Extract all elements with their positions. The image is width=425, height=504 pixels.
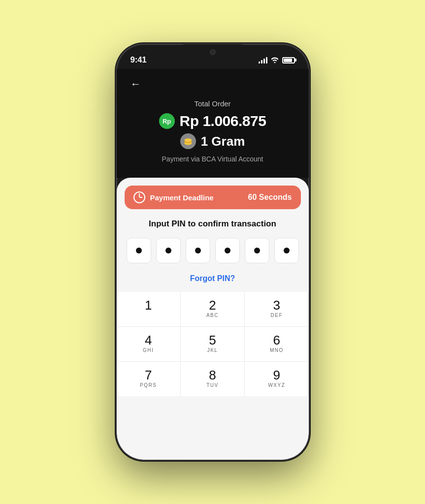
rp-currency-icon: Rp [159,113,175,129]
amount-row: Rp Rp 1.006.875 [131,113,295,129]
dark-section: ← Total Order Rp Rp 1.006.875 1 Gram Pay… [117,69,309,178]
key-7[interactable]: 7PQRS [117,362,180,396]
key-number-5: 5 [209,334,216,346]
wifi-icon [270,56,279,64]
battery-icon [282,57,295,63]
key-3[interactable]: 3DEF [245,292,308,326]
key-number-6: 6 [273,334,280,346]
signal-icon [259,57,267,63]
back-button[interactable]: ← [131,74,141,94]
key-letters-4: GHI [143,347,154,354]
key-letters-2: ABC [206,313,219,319]
deadline-left: Payment Deadline [133,191,214,203]
deadline-text: Payment Deadline [150,193,214,202]
total-label: Total Order [131,99,295,108]
gold-icon [180,133,196,149]
status-icons [259,56,295,64]
gram-text: 1 Gram [201,134,245,149]
key-number-9: 9 [273,369,280,381]
pin-dot-6 [274,238,299,263]
keypad: 12ABC3DEF4GHI5JKL6MNO7PQRS8TUV9WXYZ [117,292,309,396]
key-6[interactable]: 6MNO [245,327,308,361]
key-number-3: 3 [273,299,280,312]
svg-point-2 [184,138,192,142]
key-letters-6: MNO [270,347,284,354]
key-5[interactable]: 5JKL [181,327,244,361]
key-1[interactable]: 1 [117,292,180,326]
timer-icon [133,191,145,203]
payment-method: Payment via BCA Virtual Account [131,155,295,163]
phone-frame: 9:41 [117,44,309,460]
key-number-1: 1 [145,299,152,312]
white-card: Payment Deadline 60 Seconds Input PIN to… [117,178,309,460]
key-letters-9: WXYZ [268,382,285,389]
status-time: 9:41 [131,55,147,65]
key-4[interactable]: 4GHI [117,327,180,361]
key-8[interactable]: 8TUV [181,362,244,396]
key-letters-5: JKL [207,347,218,354]
key-number-4: 4 [145,334,152,346]
pin-dot-2 [156,238,181,263]
deadline-banner: Payment Deadline 60 Seconds [125,186,301,209]
pin-dot-3 [186,238,210,263]
pin-dot-5 [245,238,269,263]
gram-row: 1 Gram [131,133,295,149]
key-letters-3: DEF [271,313,283,319]
pin-dot-4 [215,238,240,263]
key-number-8: 8 [209,369,216,381]
front-camera [210,49,216,55]
pin-title: Input PIN to confirm transaction [127,219,299,229]
key-9[interactable]: 9WXYZ [245,362,308,396]
key-2[interactable]: 2ABC [181,292,244,326]
phone-notch [183,44,242,61]
forgot-pin-button[interactable]: Forgot PIN? [127,270,299,287]
pin-dot-1 [127,238,151,263]
deadline-time: 60 Seconds [248,193,292,202]
key-number-2: 2 [209,299,216,312]
key-number-7: 7 [145,369,152,381]
pin-dots [127,238,299,263]
pin-section: Input PIN to confirm transaction Forgot … [117,209,309,292]
key-letters-8: TUV [206,382,219,389]
amount-text: Rp 1.006.875 [180,113,266,129]
key-letters-7: PQRS [140,382,157,389]
